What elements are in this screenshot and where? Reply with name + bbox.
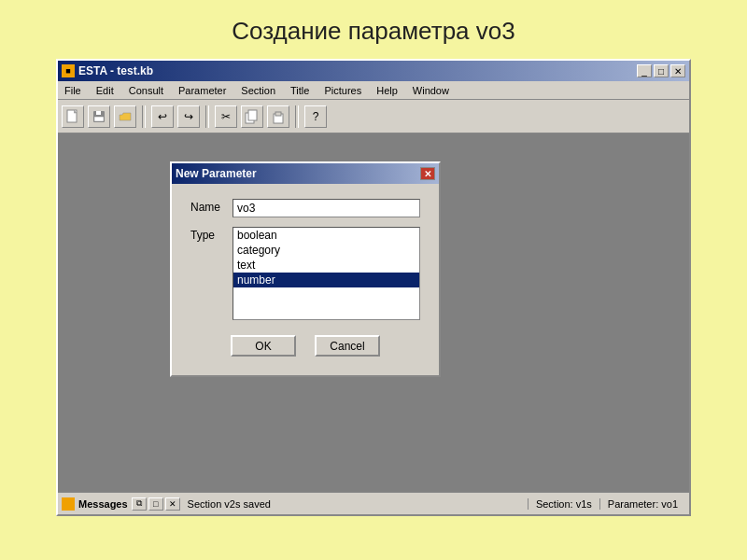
- svg-rect-3: [94, 117, 104, 121]
- messages-label: Messages: [78, 498, 128, 510]
- cancel-button[interactable]: Cancel: [315, 335, 380, 357]
- menu-consult[interactable]: Consult: [126, 85, 166, 96]
- svg-rect-8: [275, 112, 281, 116]
- status-min-btn[interactable]: □: [148, 497, 163, 511]
- name-input[interactable]: [233, 199, 420, 217]
- app-icon: ■: [62, 64, 75, 77]
- list-item-boolean[interactable]: boolean: [233, 228, 419, 243]
- menu-parameter[interactable]: Parameter: [176, 85, 229, 96]
- menu-file[interactable]: File: [62, 85, 84, 96]
- type-row: Type boolean category text number: [190, 227, 420, 320]
- status-icon: [62, 497, 75, 511]
- svg-marker-4: [120, 113, 131, 120]
- toolbar-cut[interactable]: ✂: [215, 105, 237, 128]
- toolbar-help[interactable]: ?: [304, 105, 327, 128]
- menu-edit[interactable]: Edit: [93, 85, 117, 96]
- list-item-category[interactable]: category: [233, 243, 419, 258]
- toolbar-redo[interactable]: ↪: [177, 105, 200, 128]
- menu-title[interactable]: Title: [288, 85, 312, 96]
- status-bar: Messages ⧉ □ ✕ Section v2s saved Section…: [58, 492, 689, 514]
- dialog-title: New Parameter: [176, 167, 257, 180]
- menu-help[interactable]: Help: [374, 85, 401, 96]
- toolbar-sep1: [142, 105, 146, 128]
- status-right: Section: v1s Parameter: vo1: [528, 498, 685, 510]
- name-row: Name: [190, 199, 420, 217]
- menu-bar: File Edit Consult Parameter Section Titl…: [58, 81, 689, 100]
- status-text: Section v2s saved: [180, 498, 528, 510]
- svg-rect-2: [96, 111, 101, 115]
- maximize-button[interactable]: □: [654, 64, 669, 77]
- dialog-close-button[interactable]: ✕: [420, 167, 435, 180]
- menu-window[interactable]: Window: [410, 85, 452, 96]
- toolbar-paste[interactable]: [267, 105, 289, 128]
- section-info: Section: v1s: [528, 498, 599, 510]
- window-title: ESTA - test.kb: [78, 64, 153, 77]
- type-listbox[interactable]: boolean category text number: [233, 227, 420, 320]
- close-button[interactable]: ✕: [670, 64, 685, 77]
- page-title: Создание параметра vo3: [232, 17, 514, 46]
- dialog-body: Name Type boolean category text number O…: [172, 184, 439, 375]
- window-controls: _ □ ✕: [637, 64, 685, 77]
- title-bar-left: ■ ESTA - test.kb: [62, 64, 153, 77]
- ok-button[interactable]: OK: [231, 335, 296, 357]
- toolbar-save[interactable]: [88, 105, 110, 128]
- status-close-btn[interactable]: ✕: [165, 497, 180, 511]
- toolbar-new[interactable]: [62, 105, 84, 128]
- content-area: New Parameter ✕ Name Type boolean catego…: [58, 133, 689, 492]
- name-label: Name: [190, 199, 233, 214]
- status-ctrl-buttons: ⧉ □ ✕: [132, 497, 180, 511]
- svg-rect-6: [248, 110, 257, 120]
- menu-pictures[interactable]: Pictures: [321, 85, 364, 96]
- status-restore-btn[interactable]: ⧉: [132, 497, 147, 511]
- toolbar-copy[interactable]: [241, 105, 263, 128]
- menu-section[interactable]: Section: [238, 85, 278, 96]
- toolbar-open[interactable]: [114, 105, 136, 128]
- list-item-text[interactable]: text: [233, 258, 419, 273]
- type-label: Type: [190, 227, 233, 242]
- dialog-title-bar: New Parameter ✕: [172, 163, 439, 184]
- status-messages-group: Messages: [62, 497, 128, 511]
- toolbar-sep2: [205, 105, 209, 128]
- minimize-button[interactable]: _: [637, 64, 652, 77]
- toolbar: ↩ ↪ ✂ ?: [58, 100, 689, 133]
- list-item-number[interactable]: number: [233, 273, 419, 287]
- dialog-buttons: OK Cancel: [190, 335, 420, 360]
- main-window: ■ ESTA - test.kb _ □ ✕ File Edit Consult…: [56, 59, 691, 516]
- toolbar-undo[interactable]: ↩: [151, 105, 174, 128]
- toolbar-sep3: [295, 105, 299, 128]
- parameter-info: Parameter: vo1: [599, 498, 685, 510]
- title-bar: ■ ESTA - test.kb _ □ ✕: [58, 61, 689, 81]
- new-parameter-dialog: New Parameter ✕ Name Type boolean catego…: [170, 161, 441, 377]
